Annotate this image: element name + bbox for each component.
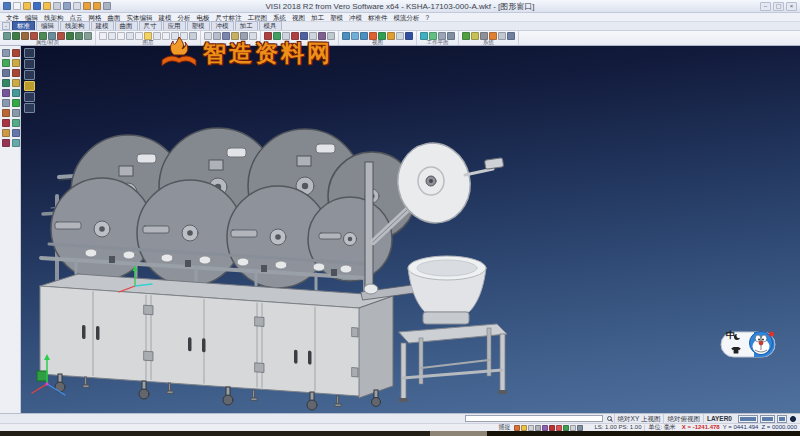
- toolbar-icon-1-6[interactable]: [153, 32, 161, 40]
- toolbar-icon-3-3[interactable]: [291, 32, 299, 40]
- toolbar-icon-3-1[interactable]: [273, 32, 281, 40]
- toolbar-icon-4-5[interactable]: [387, 32, 395, 40]
- tab-2[interactable]: 线架构: [60, 21, 90, 30]
- toolbar-icon-1-9[interactable]: [180, 32, 188, 40]
- toolbar-icon-3-0[interactable]: [264, 32, 272, 40]
- tab-7[interactable]: 塑模: [187, 21, 210, 30]
- toolbar-icon-1-8[interactable]: [171, 32, 179, 40]
- workplane-indicator[interactable]: 绝对XY 上视图: [614, 414, 664, 423]
- tab-4[interactable]: 曲面: [115, 21, 138, 30]
- menu-item-17[interactable]: 标准件: [365, 13, 391, 22]
- undo-icon[interactable]: [83, 2, 91, 10]
- toolbar-icon-2-3[interactable]: [231, 32, 239, 40]
- toolbar-icon-2-0[interactable]: [204, 32, 212, 40]
- ime-toolbar[interactable]: 中: [720, 327, 776, 361]
- snap-icon-0[interactable]: [514, 425, 520, 431]
- save-file-icon[interactable]: [33, 2, 41, 10]
- ribbon-collapse-button[interactable]: -: [2, 22, 10, 30]
- cad-viewport[interactable]: 中: [21, 46, 800, 413]
- snap-icon-7[interactable]: [563, 425, 569, 431]
- tab-8[interactable]: 冲模: [211, 21, 234, 30]
- toolbar-icon-2-4[interactable]: [240, 32, 248, 40]
- palette-icon-3[interactable]: [24, 81, 35, 91]
- maximize-button[interactable]: ▢: [773, 2, 784, 11]
- side-tool-icon-2[interactable]: [2, 59, 10, 67]
- side-tool-icon-15[interactable]: [12, 119, 20, 127]
- command-input[interactable]: [465, 415, 603, 422]
- palette-icon-5[interactable]: [24, 103, 35, 113]
- view-indicator[interactable]: 绝对俯视图: [663, 414, 703, 423]
- side-tool-icon-14[interactable]: [2, 119, 10, 127]
- toolbar-icon-4-7[interactable]: [405, 32, 413, 40]
- redo-icon[interactable]: [93, 2, 101, 10]
- toolbar-icon-6-4[interactable]: [498, 32, 506, 40]
- tab-6[interactable]: 应用: [163, 21, 186, 30]
- minimize-button[interactable]: –: [760, 2, 771, 11]
- side-tool-icon-13[interactable]: [12, 109, 20, 117]
- menu-item-16[interactable]: 冲模: [346, 13, 365, 22]
- toolbar-icon-6-5[interactable]: [507, 32, 515, 40]
- status-color-dot[interactable]: [790, 416, 796, 422]
- side-tool-icon-5[interactable]: [12, 69, 20, 77]
- toolbar-icon-2-5[interactable]: [249, 32, 257, 40]
- toolbar-icon-0-8[interactable]: [75, 32, 83, 40]
- side-tool-icon-11[interactable]: [12, 99, 20, 107]
- side-tool-icon-8[interactable]: [2, 89, 10, 97]
- active-layer-indicator[interactable]: LAYER0: [703, 414, 735, 423]
- side-tool-icon-19[interactable]: [12, 139, 20, 147]
- snap-icon-4[interactable]: [542, 425, 548, 431]
- layer-swatch-2[interactable]: [778, 416, 786, 422]
- toolbar-icon-0-0[interactable]: [3, 32, 11, 40]
- palette-icon-2[interactable]: [24, 70, 35, 80]
- palette-icon-4[interactable]: [24, 92, 35, 102]
- search-icon[interactable]: [607, 416, 612, 421]
- snap-icon-2[interactable]: [528, 425, 534, 431]
- toolbar-icon-3-2[interactable]: [282, 32, 290, 40]
- snap-icon-3[interactable]: [535, 425, 541, 431]
- menu-item-14[interactable]: 加工: [308, 13, 327, 22]
- menu-item-18[interactable]: 模流分析: [391, 13, 423, 22]
- tab-10[interactable]: 模具: [259, 21, 282, 30]
- side-tool-icon-18[interactable]: [2, 139, 10, 147]
- toolbar-icon-4-2[interactable]: [360, 32, 368, 40]
- tab-5[interactable]: 尺寸: [139, 21, 162, 30]
- toolbar-icon-6-0[interactable]: [462, 32, 470, 40]
- snap-icon-5[interactable]: [549, 425, 555, 431]
- toolbar-icon-6-1[interactable]: [471, 32, 479, 40]
- toolbar-icon-0-7[interactable]: [66, 32, 74, 40]
- layer-swatch-1[interactable]: [761, 416, 774, 422]
- toolbar-icon-1-7[interactable]: [162, 32, 170, 40]
- side-tool-icon-4[interactable]: [2, 69, 10, 77]
- side-tool-icon-7[interactable]: [12, 79, 20, 87]
- tab-3[interactable]: 建模: [91, 21, 114, 30]
- toolbar-icon-4-6[interactable]: [396, 32, 404, 40]
- copy-icon[interactable]: [73, 2, 81, 10]
- palette-icon-0[interactable]: [24, 48, 35, 58]
- toolbar-icon-0-2[interactable]: [21, 32, 29, 40]
- tab-9[interactable]: 加工: [235, 21, 258, 30]
- snap-icon-8[interactable]: [570, 425, 576, 431]
- side-tool-icon-0[interactable]: [2, 49, 10, 57]
- toolbar-icon-1-4[interactable]: [135, 32, 143, 40]
- toolbar-icon-4-0[interactable]: [342, 32, 350, 40]
- snap-icon-1[interactable]: [521, 425, 527, 431]
- toolbar-icon-1-3[interactable]: [126, 32, 134, 40]
- import-icon[interactable]: [53, 2, 61, 10]
- side-tool-icon-17[interactable]: [12, 129, 20, 137]
- toolbar-icon-3-4[interactable]: [300, 32, 308, 40]
- toolbar-icon-0-1[interactable]: [12, 32, 20, 40]
- toolbar-icon-2-1[interactable]: [213, 32, 221, 40]
- tab-1[interactable]: 编辑: [36, 21, 59, 30]
- toolbar-icon-2-2[interactable]: [222, 32, 230, 40]
- print-icon[interactable]: [63, 2, 71, 10]
- new-file-icon[interactable]: [13, 2, 21, 10]
- side-tool-icon-10[interactable]: [2, 99, 10, 107]
- toolbar-icon-3-6[interactable]: [318, 32, 326, 40]
- menu-item-13[interactable]: 视图: [289, 13, 308, 22]
- toolbar-icon-4-1[interactable]: [351, 32, 359, 40]
- menu-item-19[interactable]: ?: [423, 13, 433, 22]
- app-icon[interactable]: [3, 2, 11, 10]
- save-all-icon[interactable]: [43, 2, 51, 10]
- layer-swatch-0[interactable]: [739, 416, 757, 422]
- snap-icon-9[interactable]: [577, 425, 583, 431]
